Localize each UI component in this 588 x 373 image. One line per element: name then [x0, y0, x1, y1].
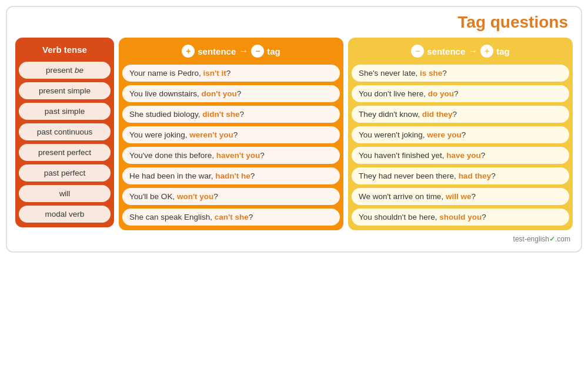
yellow-highlight-7: should you: [439, 213, 482, 221]
orange-row-6: You'll be OK, won't you?: [122, 188, 340, 205]
yellow-highlight-6: will we: [446, 192, 472, 201]
orange-highlight-0: isn't it: [203, 69, 226, 78]
orange-row-3: You were joking, weren't you?: [122, 126, 340, 143]
yellow-highlight-5: had they: [459, 172, 492, 180]
orange-sentence-label: sentence: [198, 46, 236, 56]
main-grid: Verb tense present be present simple pas…: [15, 38, 573, 230]
verb-pill-1: present simple: [19, 82, 111, 99]
orange-row-0: Your name is Pedro, isn't it?: [122, 65, 340, 82]
orange-highlight-2: didn't she: [202, 110, 239, 119]
yellow-row-1: You don't live here, do you?: [352, 85, 569, 102]
verb-pill-6: will: [19, 185, 111, 202]
verb-pill-5: past perfect: [19, 164, 111, 182]
orange-highlight-4: haven't you: [216, 151, 260, 160]
orange-highlight-5: hadn't he: [215, 172, 250, 180]
verb-pill-0: present be: [19, 62, 111, 79]
yellow-col-header: − sentence → + tag: [352, 42, 569, 61]
orange-row-4: You've done this before, haven't you?: [122, 147, 340, 164]
orange-row-1: You live downstairs, don't you?: [122, 85, 340, 102]
yellow-row-5: They had never been there, had they?: [352, 167, 569, 184]
minus-badge-y: −: [411, 45, 424, 58]
yellow-highlight-1: do you: [428, 89, 454, 98]
yellow-sentence-label: sentence: [427, 46, 465, 56]
orange-highlight-6: won't you: [177, 192, 213, 201]
orange-row-2: She studied biology, didn't she?: [122, 106, 340, 123]
plus-badge: +: [182, 45, 195, 58]
verb-column: Verb tense present be present simple pas…: [15, 38, 114, 227]
yellow-row-6: We won't arrive on time, will we?: [352, 188, 569, 205]
orange-row-5: He had been in the war, hadn't he?: [122, 167, 340, 184]
verb-pill-2: past simple: [19, 103, 111, 120]
plus-badge-y: +: [480, 45, 493, 58]
orange-highlight-7: can't she: [215, 213, 249, 221]
minus-badge: −: [251, 45, 264, 58]
verb-pill-3: past continuous: [19, 123, 111, 140]
orange-highlight-3: weren't you: [189, 130, 233, 139]
yellow-row-7: You shouldn't be here, should you?: [352, 209, 569, 226]
yellow-highlight-4: have you: [446, 151, 481, 160]
yellow-row-4: You haven't finished yet, have you?: [352, 147, 569, 164]
yellow-row-2: They didn't know, did they?: [352, 106, 569, 123]
orange-arrow: →: [239, 46, 248, 56]
orange-highlight-1: don't you: [202, 89, 237, 98]
orange-row-7: She can speak English, can't she?: [122, 209, 340, 226]
verb-pill-4: present perfect: [19, 144, 111, 161]
footer: test-english✓.com: [15, 235, 573, 243]
yellow-column: − sentence → + tag She's never late, is …: [348, 38, 573, 230]
orange-tag-label: tag: [267, 46, 280, 56]
verb-pill-7: modal verb: [19, 206, 111, 223]
page-wrapper: Tag questions Verb tense present be pres…: [6, 6, 582, 253]
yellow-highlight-3: were you: [427, 130, 462, 139]
yellow-arrow: →: [468, 46, 477, 56]
yellow-row-0: She's never late, is she?: [352, 65, 569, 82]
footer-text: test-english✓.com: [513, 235, 570, 243]
yellow-highlight-2: did they: [422, 110, 453, 119]
page-title: Tag questions: [15, 13, 573, 32]
yellow-tag-label: tag: [496, 46, 510, 56]
orange-column: + sentence → − tag Your name is Pedro, i…: [119, 38, 343, 230]
yellow-highlight-0: is she: [420, 69, 442, 78]
verb-col-header: Verb tense: [19, 42, 111, 58]
orange-col-header: + sentence → − tag: [122, 42, 340, 61]
yellow-row-3: You weren't joking, were you?: [352, 126, 569, 143]
